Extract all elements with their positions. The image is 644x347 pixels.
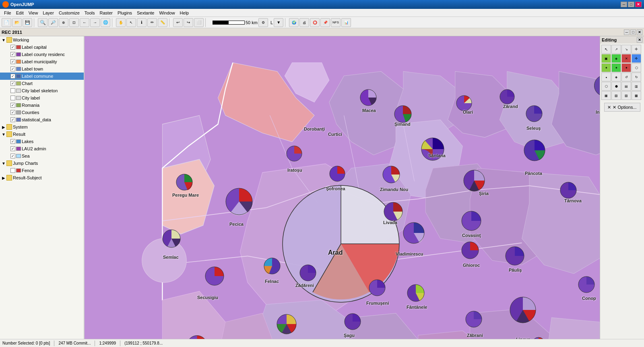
edit-tool-16[interactable]: ↻ xyxy=(632,73,641,81)
tb-zoom-back[interactable]: ← xyxy=(80,18,89,27)
edit-tool-23[interactable]: ▨ xyxy=(621,91,631,100)
expand-result-subject[interactable]: ▶ xyxy=(2,176,6,180)
layer-label-commune[interactable]: Label commune xyxy=(0,73,84,80)
edit-tool-20[interactable]: ▥ xyxy=(632,82,641,91)
group-working[interactable]: ▼ Working xyxy=(0,36,84,44)
cb-lau2[interactable] xyxy=(10,146,15,151)
tb-open[interactable]: 📂 xyxy=(12,18,22,27)
tb-btn-extra2[interactable]: 🖨 xyxy=(299,18,309,27)
tb-pan[interactable]: ✋ xyxy=(116,18,126,27)
expand-working[interactable]: ▼ xyxy=(2,38,6,42)
tb-edit[interactable]: ✏ xyxy=(147,18,157,27)
edit-tool-9[interactable]: ✦ xyxy=(601,63,611,72)
layer-fence[interactable]: Fence xyxy=(0,167,84,174)
group-result[interactable]: ▼ Result xyxy=(0,131,84,138)
edit-tool-24[interactable]: ▩ xyxy=(632,91,641,100)
layer-sea[interactable]: Sea xyxy=(0,152,84,160)
menu-help[interactable]: Help xyxy=(178,10,192,16)
edit-tool-13[interactable]: ⬥ xyxy=(601,73,611,81)
layer-counties[interactable]: Counties xyxy=(0,109,84,116)
tb-measure[interactable]: 📏 xyxy=(158,18,167,27)
edit-tool-5[interactable]: ▣ xyxy=(601,54,611,63)
menu-window[interactable]: Window xyxy=(157,10,177,16)
minimize-button[interactable]: ─ xyxy=(621,2,627,7)
tb-globe[interactable]: 🌐 xyxy=(101,18,110,27)
cb-statistical[interactable] xyxy=(10,117,15,122)
map-area[interactable]: Arad Pecica Peregu Mare Semlac Secusigiu… xyxy=(85,36,600,347)
cb-lakes[interactable] xyxy=(10,139,15,144)
edit-tool-select[interactable]: ↖ xyxy=(601,45,611,54)
tb-redo[interactable]: ↪ xyxy=(184,18,193,27)
edit-tool-15[interactable]: ↺ xyxy=(621,73,631,81)
edit-tool-2[interactable]: ↗ xyxy=(611,45,621,54)
layer-statistical[interactable]: statistical_data xyxy=(0,116,84,123)
edit-tool-17[interactable]: ⬡ xyxy=(601,82,611,91)
edit-tool-14[interactable]: ◈ xyxy=(611,73,621,81)
cb-label-municipality[interactable] xyxy=(10,59,15,64)
cb-fence[interactable] xyxy=(10,168,15,173)
layer-romania[interactable]: Romania xyxy=(0,102,84,109)
layer-city-label[interactable]: City label xyxy=(0,94,84,102)
cb-counties[interactable] xyxy=(10,110,15,115)
tb-scale-settings[interactable]: ⚙ xyxy=(258,18,268,27)
layer-city-skeleton[interactable]: City label skeleton xyxy=(0,87,84,94)
edit-tool-move[interactable]: ✛ xyxy=(632,45,641,54)
layer-label-county[interactable]: Label county residenc xyxy=(0,51,84,58)
rec-close[interactable]: ✕ xyxy=(637,29,642,35)
cb-city-skeleton[interactable] xyxy=(10,88,15,93)
edit-tool-22[interactable]: ▧ xyxy=(611,91,621,100)
group-jump-charts[interactable]: ▼ Jump Charts xyxy=(0,160,84,167)
tb-zoom-out[interactable]: 🔎 xyxy=(48,18,58,27)
cb-label-town[interactable] xyxy=(10,66,15,71)
tb-window[interactable]: ⬜ xyxy=(194,18,204,27)
tb-zoom-sel[interactable]: ⊡ xyxy=(69,18,79,27)
tb-undo[interactable]: ↩ xyxy=(173,18,183,27)
tb-btn-extra5[interactable]: NFS xyxy=(331,18,341,27)
edit-tool-8[interactable]: ✛ xyxy=(632,54,641,63)
scale-dropdown[interactable]: ▼ xyxy=(274,18,283,27)
tb-btn-extra1[interactable]: 🌍 xyxy=(289,18,299,27)
layer-label-town[interactable]: Label town xyxy=(0,65,84,73)
menu-layer[interactable]: Layer xyxy=(40,10,56,16)
edit-tool-12[interactable]: ⬡ xyxy=(632,63,641,72)
menu-sextante[interactable]: Sextante xyxy=(134,10,157,16)
cb-city-label[interactable] xyxy=(10,96,15,100)
group-system[interactable]: ▶ System xyxy=(0,123,84,131)
edit-tool-19[interactable]: ▤ xyxy=(621,82,631,91)
layer-lakes[interactable]: Lakes xyxy=(0,138,84,145)
tb-zoom-full[interactable]: ⊕ xyxy=(59,18,68,27)
tb-btn-extra3[interactable]: ⭕ xyxy=(310,18,320,27)
tb-save[interactable]: 💾 xyxy=(23,18,32,27)
layer-chart[interactable]: Chart xyxy=(0,80,84,87)
edit-tool-3[interactable]: ↘ xyxy=(621,45,631,54)
menu-tools[interactable]: Tools xyxy=(82,10,97,16)
edit-tool-7[interactable]: ✕ xyxy=(621,54,631,63)
expand-jump-charts[interactable]: ▼ xyxy=(2,161,6,165)
group-result-subject[interactable]: ▶ Result-Subject xyxy=(0,174,84,181)
cb-label-capital[interactable] xyxy=(10,45,15,50)
options-button[interactable]: ✕ ✕ Options... xyxy=(604,103,640,112)
expand-system[interactable]: ▶ xyxy=(2,125,6,129)
editing-close[interactable]: ✕ xyxy=(637,37,642,43)
edit-tool-10[interactable]: ✦ xyxy=(611,63,621,72)
tb-info[interactable]: ℹ xyxy=(137,18,147,27)
expand-result[interactable]: ▼ xyxy=(2,132,6,136)
cb-chart[interactable] xyxy=(10,81,15,86)
menu-view[interactable]: View xyxy=(26,10,41,16)
rec-maximize[interactable]: □ xyxy=(630,29,636,35)
edit-tool-21[interactable]: ▦ xyxy=(601,91,611,100)
cb-sea[interactable] xyxy=(10,154,15,158)
menu-customize[interactable]: Customize xyxy=(56,10,82,16)
tb-select[interactable]: ↖ xyxy=(126,18,136,27)
menu-raster[interactable]: Raster xyxy=(97,10,115,16)
cb-label-commune[interactable] xyxy=(10,74,15,79)
cb-romania[interactable] xyxy=(10,103,15,108)
edit-tool-18[interactable]: ⬢ xyxy=(611,82,621,91)
tb-btn-extra4[interactable]: 📌 xyxy=(320,18,330,27)
edit-tool-6[interactable]: ◈ xyxy=(611,54,621,63)
layer-lau2[interactable]: LAU2 admin xyxy=(0,145,84,152)
close-button[interactable]: ✕ xyxy=(635,2,642,7)
rec-minimize[interactable]: ─ xyxy=(624,29,630,35)
tb-new[interactable]: 📄 xyxy=(2,18,11,27)
rec-controls[interactable]: ─ □ ✕ xyxy=(624,29,642,35)
